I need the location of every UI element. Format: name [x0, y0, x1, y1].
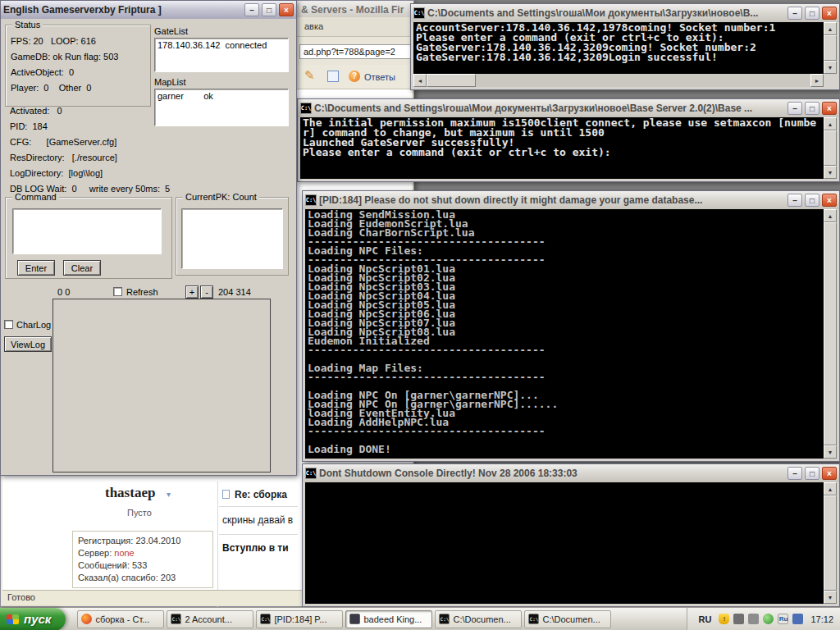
server-value[interactable]: none: [114, 548, 134, 558]
close-button[interactable]: ×: [822, 194, 837, 207]
maximize-button[interactable]: □: [262, 3, 276, 16]
scroll-right-icon[interactable]: ►: [810, 74, 824, 87]
close-button[interactable]: ×: [822, 7, 837, 20]
minimize-button[interactable]: –: [788, 102, 802, 115]
maximize-button[interactable]: □: [805, 102, 819, 115]
language-indicator[interactable]: RU: [696, 613, 715, 626]
plus-button[interactable]: +: [185, 285, 199, 299]
start-button[interactable]: пуск: [0, 608, 66, 630]
console1-output[interactable]: AccountServer:178.140.36.142,1978coming!…: [413, 22, 824, 74]
console3-output[interactable]: Loading SendMission.luaLoading EudemonSc…: [305, 209, 824, 459]
maximize-button[interactable]: □: [805, 467, 819, 480]
text-line: ResDirectory: [./resource]: [10, 150, 170, 166]
scroll-down-icon[interactable]: ▼: [824, 445, 837, 459]
scroll-down-icon[interactable]: ▼: [824, 166, 837, 179]
taskbar-task-badeed[interactable]: badeed King...: [345, 610, 432, 628]
forum-username[interactable]: thastaep: [105, 485, 155, 501]
log-panel[interactable]: [52, 299, 271, 472]
clock[interactable]: 17:12: [810, 614, 833, 624]
scroll-thumb[interactable]: [427, 74, 476, 87]
charlog-label: CharLog: [16, 320, 51, 330]
console4-output[interactable]: [305, 482, 824, 604]
console2-title: C:\Documents and Settings\гоша\Мои докум…: [314, 103, 785, 114]
scroll-thumb[interactable]: [824, 130, 837, 166]
gatelist-listbox[interactable]: 178.140.36.142 connected: [154, 38, 289, 72]
username-dropdown-icon[interactable]: ▾: [167, 490, 171, 499]
security-shield-icon[interactable]: !: [719, 614, 729, 624]
text-line: LogDirectory: [log\\log]: [10, 166, 170, 181]
page-icon[interactable]: [327, 71, 339, 82]
taskbar-task-firefox[interactable]: сборка - Ст...: [77, 610, 164, 628]
enter-button[interactable]: Enter: [17, 260, 55, 276]
maplist-label: MapList: [154, 77, 186, 87]
minimize-button[interactable]: –: [244, 3, 259, 16]
post-title[interactable]: Re: сборка: [235, 489, 287, 500]
console3-titlebar[interactable]: C:\ [PID:184] Please do not shut down di…: [303, 191, 839, 209]
volume-icon[interactable]: [748, 614, 759, 624]
scroll-up-icon[interactable]: ▲: [824, 482, 837, 495]
console2-titlebar[interactable]: C:\ C:\Documents and Settings\гоша\Мои д…: [298, 99, 839, 117]
console2-output[interactable]: The initial permission maximum is1500cli…: [300, 117, 824, 179]
clear-button[interactable]: Clear: [63, 260, 101, 276]
close-button[interactable]: ×: [822, 467, 837, 480]
antivirus-icon[interactable]: [763, 614, 774, 624]
console1-hscrollbar[interactable]: ◄ ►: [413, 74, 824, 87]
console4-titlebar[interactable]: C:\ Dont Shutdown Console Directly! Nov …: [303, 464, 839, 482]
forum-profile-box: Регистрация: 23.04.2010 Сервер: none Соо…: [72, 531, 213, 588]
scroll-up-icon[interactable]: ▲: [824, 117, 837, 130]
console-icon: C:\: [260, 614, 271, 624]
console2-vscrollbar[interactable]: ▲ ▼: [824, 117, 837, 179]
refresh-checkbox[interactable]: [113, 287, 122, 296]
url-bar[interactable]: ad.php?t=788&page=2: [299, 44, 413, 59]
console1-titlebar[interactable]: C:\ C:\Documents and Settings\гоша\Мои д…: [411, 4, 839, 22]
close-button[interactable]: ×: [279, 3, 294, 16]
network-icon[interactable]: [792, 614, 803, 624]
command-input[interactable]: [12, 208, 162, 254]
charlog-checkbox[interactable]: [4, 320, 13, 329]
maximize-button[interactable]: □: [805, 7, 819, 20]
language-ru-icon[interactable]: Ru: [778, 614, 788, 624]
console4-window: C:\ Dont Shutdown Console Directly! Nov …: [302, 463, 840, 607]
scroll-down-icon[interactable]: ▼: [824, 591, 837, 604]
gatelist-label: GateList: [154, 26, 188, 36]
minimize-button[interactable]: –: [788, 194, 802, 207]
maplist-listbox[interactable]: garner ok: [154, 89, 289, 126]
scroll-thumb[interactable]: [824, 495, 837, 591]
answers-label[interactable]: Ответы: [364, 72, 395, 82]
scroll-thumb[interactable]: [824, 35, 837, 61]
console3-vscrollbar[interactable]: ▲ ▼: [824, 209, 837, 459]
console1-vscrollbar[interactable]: ▲ ▼: [824, 22, 837, 74]
text-line: ActiveObject: 0: [11, 65, 150, 80]
viewlog-button[interactable]: ViewLog: [4, 336, 52, 352]
firefox-icon: [81, 614, 92, 624]
task-label: сборка - Ст...: [95, 614, 149, 624]
taskbar-task-console-a[interactable]: C:\ C:\Documen...: [435, 610, 522, 628]
close-button[interactable]: ×: [822, 102, 837, 115]
scroll-down-icon[interactable]: ▼: [824, 61, 837, 74]
scroll-up-icon[interactable]: ▲: [824, 22, 837, 35]
taskbar-task-pid184[interactable]: C:\ [PID:184] P...: [256, 610, 343, 628]
answers-icon[interactable]: ?: [349, 71, 360, 82]
console1-window: C:\ C:\Documents and Settings\гоша\Мои д…: [410, 3, 840, 90]
gameserver-window: English Gameserverxby Friptura ] – □ × S…: [0, 0, 297, 476]
scroll-thumb[interactable]: [824, 222, 837, 445]
scroll-left-icon[interactable]: ◄: [413, 74, 427, 87]
taskbar-task-account[interactable]: C:\ 2 Account...: [167, 610, 253, 628]
maplist-item[interactable]: garner ok: [155, 89, 288, 103]
minimize-button[interactable]: –: [788, 7, 802, 20]
post-divider-2: [219, 534, 298, 535]
forum-user-status: Пусто: [127, 508, 152, 518]
gameserver-titlebar[interactable]: English Gameserverxby Friptura ] – □ ×: [1, 1, 296, 19]
edit-pencil-icon[interactable]: ✎: [304, 68, 315, 83]
scroll-up-icon[interactable]: ▲: [824, 209, 837, 222]
console4-vscrollbar[interactable]: ▲ ▼: [824, 482, 837, 604]
firefox-tab[interactable]: авка: [304, 21, 323, 31]
minimize-button[interactable]: –: [788, 467, 802, 480]
usb-device-icon[interactable]: [733, 614, 744, 624]
gatelist-item[interactable]: 178.140.36.142 connected: [155, 39, 288, 52]
maximize-button[interactable]: □: [805, 194, 819, 207]
text-line: CFG: [GameServer.cfg]: [10, 135, 170, 150]
currentpk-listbox[interactable]: [181, 208, 283, 269]
minus-button[interactable]: -: [200, 285, 213, 299]
taskbar-task-console-b[interactable]: C:\ C:\Documen...: [524, 610, 611, 628]
